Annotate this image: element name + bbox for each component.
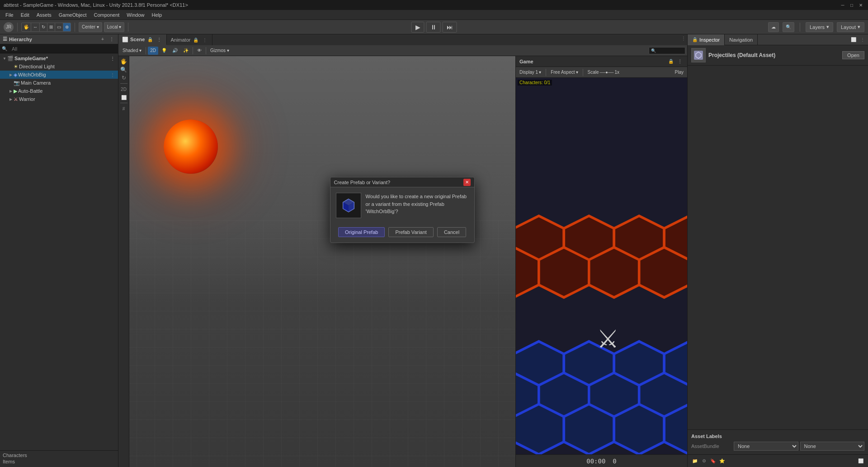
game-time-display: 00:00 xyxy=(586,457,605,465)
tool-zoom-left[interactable]: 🔍 xyxy=(120,66,127,73)
warrior-arrow-icon: ▶ xyxy=(8,96,14,102)
menu-help[interactable]: Help xyxy=(148,11,165,19)
tree-item-directionallight[interactable]: ☀ Directional Light xyxy=(0,62,118,71)
tree-item-warrior[interactable]: ▶ ⚔ Warrior xyxy=(0,95,118,103)
layout-button[interactable]: Layout ▾ xyxy=(837,22,864,32)
close-button[interactable]: ✕ xyxy=(857,1,864,9)
scene-2d-btn[interactable]: 2D xyxy=(148,47,158,55)
hierarchy-title: Hierarchy xyxy=(9,37,32,42)
scene-hidden-btn[interactable]: 👁 xyxy=(195,47,204,55)
dialog-close-button[interactable]: ✕ xyxy=(463,179,471,186)
inspector-bottom-icon2[interactable]: ⚙ xyxy=(700,457,708,465)
game-tab-lock-icon[interactable]: 🔒 xyxy=(667,58,675,65)
inspector-tab[interactable]: 🔒 Inspector xyxy=(688,34,725,45)
scene-tab[interactable]: ⬜ Scene 🔒 ⋮ xyxy=(118,34,167,45)
play-button[interactable]: ▶ xyxy=(411,22,425,33)
inspector-asset-info: Projectiles (Default Asset) xyxy=(708,52,775,58)
game-aspect-item[interactable]: Free Aspect ▾ xyxy=(549,69,580,75)
game-toolbar: Display 1 ▾ Free Aspect ▾ Scale ──●── 1x xyxy=(516,67,687,78)
animator-tab-lock-icon[interactable]: 🔒 xyxy=(192,36,199,43)
main-layout: ☰ Hierarchy + ⋮ 🔍 ▼ 🎬 SampleGame* ⋮ xyxy=(0,34,868,467)
inspector-bottom-icon3[interactable]: 🔖 xyxy=(709,457,717,465)
game-play-item[interactable]: Play xyxy=(673,69,685,75)
scene-gizmos-btn[interactable]: Gizmos ▾ xyxy=(208,47,231,55)
asset-bundle-label: AssetBundle xyxy=(691,443,732,449)
menubar: File Edit Assets GameObject Component Wi… xyxy=(0,10,868,20)
hierarchy-menu-icon[interactable]: ⋮ xyxy=(108,36,115,43)
asset-bundle-select[interactable]: None xyxy=(734,442,798,451)
hierarchy-panel: ☰ Hierarchy + ⋮ 🔍 ▼ 🎬 SampleGame* ⋮ xyxy=(0,34,118,467)
game-display-item[interactable]: Display 1 ▾ xyxy=(518,69,543,75)
cancel-dialog-button[interactable]: Cancel xyxy=(437,227,466,237)
game-tab-label: Game xyxy=(519,59,533,64)
hierarchy-add-icon[interactable]: + xyxy=(99,36,106,43)
scene-audio-btn[interactable]: 🔊 xyxy=(170,47,180,55)
top-toolbar: JR 🖐 ↔ ↻ ⊞ ▭ ⊕ Center ▾ Local ▾ ▶ ⏸ ⏭ ☁ … xyxy=(0,20,868,34)
tool-snap-left[interactable]: # xyxy=(120,105,127,112)
tool-rect[interactable]: ▭ xyxy=(55,23,63,31)
tool-2d-left[interactable]: 2D xyxy=(120,86,127,93)
local-btn[interactable]: Local ▾ xyxy=(104,22,125,32)
tool-orbit-left[interactable]: ↻ xyxy=(120,74,127,81)
scene-search-input[interactable] xyxy=(656,48,683,53)
step-button[interactable]: ⏭ xyxy=(443,22,457,33)
cloud-btn[interactable]: 🔍 xyxy=(783,22,794,32)
tree-root-options-icon[interactable]: ⋮ xyxy=(109,55,116,62)
minimize-button[interactable]: ─ xyxy=(839,1,846,9)
tool-move[interactable]: ↔ xyxy=(31,23,40,31)
inspector-bottom-expand-icon[interactable]: ⬜ xyxy=(857,457,864,465)
directionallight-icon: ☀ xyxy=(14,64,18,70)
layers-button[interactable]: Layers ▾ xyxy=(806,22,833,32)
left-tools-sep xyxy=(120,83,127,84)
navigation-tab[interactable]: Navigation xyxy=(725,34,758,45)
tool-hand-left[interactable]: 🖐 xyxy=(120,58,127,65)
layers-arrow-icon: ▾ xyxy=(826,24,829,30)
tree-item-witchorbbig[interactable]: ▶ ◈ WitchOrbBig ⋮ xyxy=(0,71,118,79)
scene-tab-menu-icon[interactable]: ⋮ xyxy=(156,36,163,43)
menu-gameobject[interactable]: GameObject xyxy=(55,11,90,19)
game-scale-label: Scale xyxy=(588,70,599,75)
view-tabs-menu-icon[interactable]: ⋮ xyxy=(680,34,687,42)
right-panel-menu-icon[interactable]: ⋮ xyxy=(859,36,866,43)
scene-effects-btn[interactable]: ✨ xyxy=(181,47,191,55)
tool-combined[interactable]: ⊕ xyxy=(63,23,71,31)
hierarchy-tab[interactable]: ☰ Hierarchy xyxy=(3,36,32,42)
scene-shaded-btn[interactable]: Shaded ▾ xyxy=(120,47,144,55)
tree-item-maincamera[interactable]: 📷 Main Camera xyxy=(0,79,118,87)
tree-item-root[interactable]: ▼ 🎬 SampleGame* ⋮ xyxy=(0,54,118,62)
asset-bundle-variant-select[interactable]: None xyxy=(800,442,865,451)
animator-tab-menu-icon[interactable]: ⋮ xyxy=(201,36,208,43)
tree-item-autobattle[interactable]: ▶ ▶ Auto-Battle xyxy=(0,87,118,95)
dialog-buttons: Original Prefab Prefab Variant Cancel xyxy=(330,224,474,243)
pause-button[interactable]: ⏸ xyxy=(426,22,441,33)
pivot-btn[interactable]: Center ▾ xyxy=(79,22,102,32)
prefab-variant-button[interactable]: Prefab Variant xyxy=(388,227,434,237)
menu-assets[interactable]: Assets xyxy=(33,11,55,19)
inspector-bottom-icon1[interactable]: 📁 xyxy=(691,457,698,465)
scene-tab-lock-icon[interactable]: 🔒 xyxy=(146,36,154,43)
tool-rotate[interactable]: ↻ xyxy=(40,23,47,31)
menu-file[interactable]: File xyxy=(2,11,17,19)
game-tab-menu-icon[interactable]: ⋮ xyxy=(676,58,684,65)
account-badge[interactable]: JR xyxy=(4,22,14,32)
original-prefab-button[interactable]: Original Prefab xyxy=(338,227,385,237)
witchorbbig-options-icon[interactable]: ⋮ xyxy=(109,71,116,78)
inspector-bottom-icon4[interactable]: ⭐ xyxy=(718,457,726,465)
dialog-message: Would you like to create a new original … xyxy=(366,193,469,215)
collab-btn[interactable]: ☁ xyxy=(768,22,779,32)
right-panel-expand-icon[interactable]: ⬜ xyxy=(850,36,857,43)
tool-hand[interactable]: 🖐 xyxy=(22,23,31,31)
scene-light-btn[interactable]: 💡 xyxy=(159,47,169,55)
tool-wire-left[interactable]: ⬜ xyxy=(120,94,127,101)
menu-edit[interactable]: Edit xyxy=(17,11,33,19)
game-canvas[interactable]: Characters: 0/1 xyxy=(516,78,687,454)
menu-component[interactable]: Component xyxy=(90,11,123,19)
game-scale-value: 1x xyxy=(614,70,619,75)
inspector-open-button[interactable]: Open xyxy=(842,51,864,59)
maximize-button[interactable]: □ xyxy=(848,1,855,9)
tool-scale[interactable]: ⊞ xyxy=(47,23,55,31)
witchorbbig-icon: ◈ xyxy=(14,72,17,78)
animator-tab[interactable]: Animator 🔒 ⋮ xyxy=(167,34,212,45)
menu-window[interactable]: Window xyxy=(123,11,148,19)
hierarchy-search-input[interactable] xyxy=(9,44,118,53)
